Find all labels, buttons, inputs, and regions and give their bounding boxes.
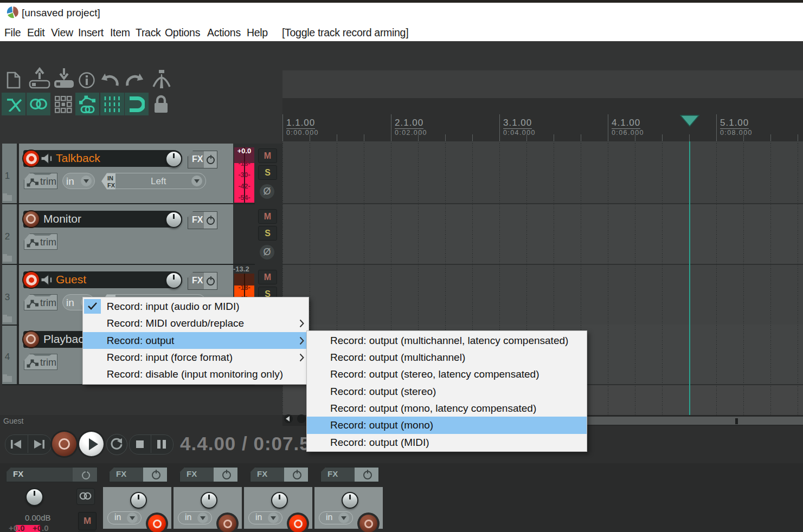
- svg-text:FX: FX: [107, 182, 115, 189]
- svg-text:IN: IN: [107, 175, 113, 181]
